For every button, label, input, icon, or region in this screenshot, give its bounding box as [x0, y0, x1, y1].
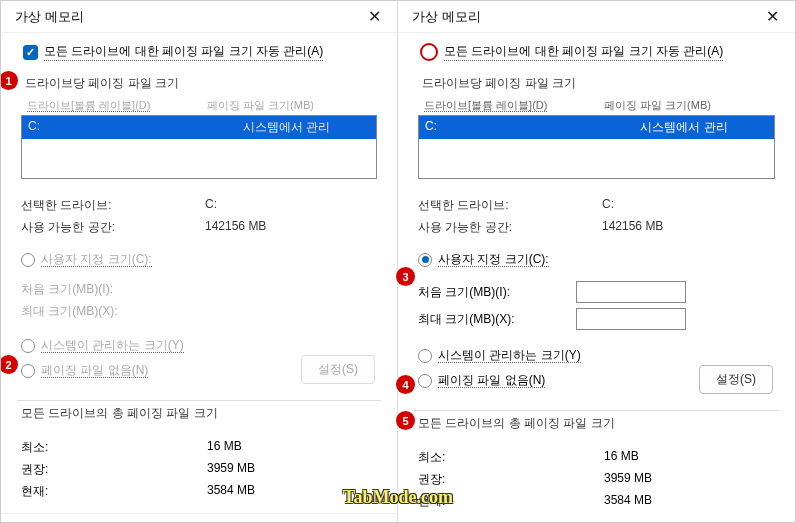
- totals-group-label: 모든 드라이브의 총 페이징 파일 크기: [414, 415, 779, 432]
- close-icon[interactable]: ✕: [760, 7, 785, 26]
- drive-listbox[interactable]: C: 시스템에서 관리: [418, 115, 775, 179]
- dialog-buttons: 확인 취소: [1, 513, 397, 523]
- radio-custom[interactable]: [21, 253, 35, 267]
- radio-custom-row: 사용자 지정 크기(C):: [414, 251, 779, 268]
- col-drive: 드라이브[볼륨 레이블](D): [424, 98, 604, 113]
- titlebar: 가상 메모리 ✕: [398, 1, 795, 33]
- drive-info: 선택한 드라이브: C: 사용 가능한 공간: 142156 MB: [21, 197, 381, 241]
- max-size-label: 최대 크기(MB)(X):: [418, 311, 576, 328]
- radio-system-label: 시스템이 관리하는 크기(Y): [41, 337, 184, 354]
- titlebar: 가상 메모리 ✕: [1, 1, 397, 33]
- list-item[interactable]: C: 시스템에서 관리: [419, 116, 774, 139]
- drive-info: 선택한 드라이브: C: 사용 가능한 공간: 142156 MB: [418, 197, 779, 241]
- cur-label: 현재:: [21, 483, 207, 500]
- dialog-title: 가상 메모리: [15, 8, 84, 26]
- list-header: 드라이브[볼륨 레이블](D) 페이징 파일 크기(MB): [21, 96, 377, 115]
- auto-manage-label: 모든 드라이브에 대한 페이징 파일 크기 자동 관리(A): [444, 43, 723, 61]
- selected-drive-value: C:: [205, 197, 217, 214]
- cur-label: 현재:: [418, 493, 604, 510]
- rec-label: 권장:: [21, 461, 207, 478]
- list-header: 드라이브[볼륨 레이블](D) 페이징 파일 크기(MB): [418, 96, 775, 115]
- selected-drive-value: C:: [602, 197, 614, 214]
- drive-letter: C:: [28, 119, 203, 136]
- drive-group: 드라이브당 페이징 파일 크기 드라이브[볼륨 레이블](D) 페이징 파일 크…: [21, 75, 377, 179]
- selected-drive-label: 선택한 드라이브:: [418, 197, 602, 214]
- drive-group: 드라이브당 페이징 파일 크기 드라이브[볼륨 레이블](D) 페이징 파일 크…: [418, 75, 775, 179]
- drive-group-label: 드라이브당 페이징 파일 크기: [21, 75, 377, 92]
- drive-status: 시스템에서 관리: [600, 119, 768, 136]
- initial-size-label: 처음 크기(MB)(I):: [21, 281, 179, 298]
- drive-group-label: 드라이브당 페이징 파일 크기: [418, 75, 775, 92]
- badge-1: 1: [0, 71, 18, 90]
- min-value: 16 MB: [604, 449, 639, 466]
- rec-value: 3959 MB: [207, 461, 255, 478]
- rec-label: 권장:: [418, 471, 604, 488]
- set-button[interactable]: 설정(S): [301, 355, 375, 384]
- available-label: 사용 가능한 공간:: [21, 219, 205, 236]
- badge-3: 3: [396, 267, 415, 286]
- col-drive: 드라이브[볼륨 레이블](D): [27, 98, 207, 113]
- auto-manage-label: 모든 드라이브에 대한 페이징 파일 크기 자동 관리(A): [44, 43, 323, 61]
- list-item[interactable]: C: 시스템에서 관리: [22, 116, 376, 139]
- auto-manage-checkbox[interactable]: [23, 45, 38, 60]
- rec-value: 3959 MB: [604, 471, 652, 488]
- radio-system-row: 시스템이 관리하는 크기(Y): [17, 337, 381, 354]
- max-size-label: 최대 크기(MB)(X):: [21, 303, 179, 320]
- col-size: 페이징 파일 크기(MB): [207, 98, 314, 113]
- badge-2: 2: [0, 355, 18, 374]
- initial-size-input[interactable]: [576, 281, 686, 303]
- dialog-left: 가상 메모리 ✕ 1 모든 드라이브에 대한 페이징 파일 크기 자동 관리(A…: [1, 1, 398, 522]
- radio-custom[interactable]: [418, 253, 432, 267]
- auto-manage-checkbox[interactable]: [420, 43, 438, 61]
- max-size-input[interactable]: [576, 308, 686, 330]
- set-button[interactable]: 설정(S): [699, 365, 773, 394]
- cur-value: 3584 MB: [207, 483, 255, 500]
- available-value: 142156 MB: [205, 219, 266, 236]
- radio-system[interactable]: [418, 349, 432, 363]
- radio-system-row: 시스템이 관리하는 크기(Y): [414, 347, 779, 364]
- badge-4: 4: [396, 375, 415, 394]
- totals-group-label: 모든 드라이브의 총 페이징 파일 크기: [17, 405, 381, 422]
- radio-custom-label: 사용자 지정 크기(C):: [438, 251, 549, 268]
- available-label: 사용 가능한 공간:: [418, 219, 602, 236]
- min-label: 최소:: [418, 449, 604, 466]
- radio-system[interactable]: [21, 339, 35, 353]
- dialog-right: 가상 메모리 ✕ 모든 드라이브에 대한 페이징 파일 크기 자동 관리(A) …: [398, 1, 795, 522]
- dialog-title: 가상 메모리: [412, 8, 481, 26]
- radio-system-label: 시스템이 관리하는 크기(Y): [438, 347, 581, 364]
- totals: 최소:16 MB 권장:3959 MB 현재:3584 MB: [418, 444, 779, 515]
- selected-drive-label: 선택한 드라이브:: [21, 197, 205, 214]
- cur-value: 3584 MB: [604, 493, 652, 510]
- col-size: 페이징 파일 크기(MB): [604, 98, 711, 113]
- radio-custom-row: 사용자 지정 크기(C):: [17, 251, 381, 268]
- min-label: 최소:: [21, 439, 207, 456]
- available-value: 142156 MB: [602, 219, 663, 236]
- drive-letter: C:: [425, 119, 600, 136]
- radio-custom-label: 사용자 지정 크기(C):: [41, 251, 152, 268]
- initial-size-label: 처음 크기(MB)(I):: [418, 284, 576, 301]
- badge-5: 5: [396, 411, 415, 430]
- close-icon[interactable]: ✕: [362, 7, 387, 26]
- totals: 최소:16 MB 권장:3959 MB 현재:3584 MB: [21, 434, 381, 505]
- drive-listbox[interactable]: C: 시스템에서 관리: [21, 115, 377, 179]
- min-value: 16 MB: [207, 439, 242, 456]
- drive-status: 시스템에서 관리: [203, 119, 370, 136]
